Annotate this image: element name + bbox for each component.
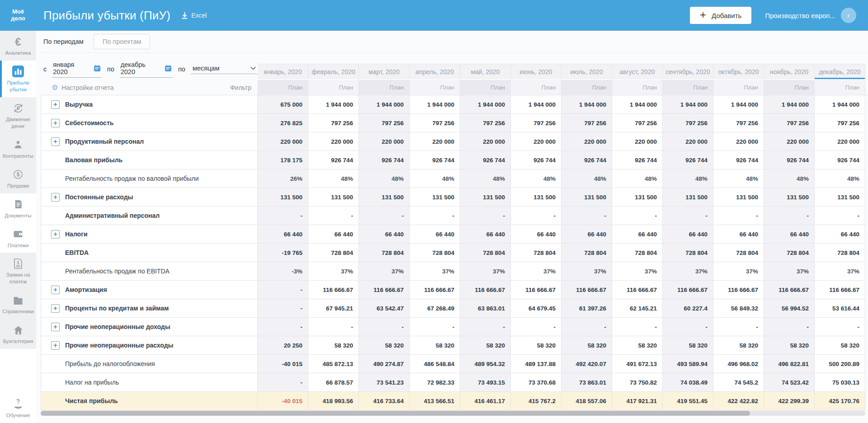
month-header-6[interactable]: июнь, 2020 xyxy=(511,64,561,79)
cell-productive-staff-m5: 220 000 xyxy=(460,132,511,150)
report-settings-link[interactable]: Настройки отчета xyxy=(61,84,113,91)
cell-depreciation-m6: 116 666.67 xyxy=(511,281,561,299)
cell-loan-interest-m2: 67 945.21 xyxy=(308,299,359,317)
report-settings-cell: ⚙ Настройки отчета Фильтр xyxy=(41,80,258,95)
month-header-8[interactable]: август, 2020 xyxy=(612,64,663,79)
sidebar-item-payments[interactable]: Платежи xyxy=(0,223,36,253)
scrollbar-thumb[interactable] xyxy=(41,411,750,416)
cell-cost-of-sales-m8: 797 256 xyxy=(612,114,663,132)
cell-other-expenses-m1: 20 250 xyxy=(258,336,308,354)
cell-taxes-m3: 66 440 xyxy=(359,225,410,243)
expand-row-button[interactable]: + xyxy=(51,230,60,239)
cell-cost-of-sales-m6: 797 256 xyxy=(511,114,561,132)
row-label-cell-net-profit: Чистая прибыль xyxy=(41,392,258,410)
horizontal-scrollbar[interactable] xyxy=(41,411,865,416)
row-label-cell-cost-of-sales: +Себестоимость xyxy=(41,114,258,132)
chevron-down-icon xyxy=(250,66,256,70)
moedelo-logo[interactable]: Моё дело xyxy=(0,9,36,22)
sidebar-item-label: Контрагенты xyxy=(3,153,33,160)
cell-cost-of-sales-m11: 797 256 xyxy=(764,114,815,132)
month-header-7[interactable]: июль, 2020 xyxy=(561,64,612,79)
cell-ebitda-margin-m9: 37% xyxy=(663,262,713,280)
sidebar-item-label: Движение денег xyxy=(1,116,35,130)
accounting-icon xyxy=(13,324,24,336)
expand-row-button[interactable]: + xyxy=(51,286,60,294)
expand-row-button[interactable]: + xyxy=(51,137,60,146)
tab-by-projects[interactable]: По проектам xyxy=(94,34,151,49)
row-label-cell-taxes: +Налоги xyxy=(41,225,258,243)
month-header-3[interactable]: март, 2020 xyxy=(359,64,410,79)
sidebar-item-directories[interactable]: Справочники xyxy=(0,289,36,319)
expand-row-button[interactable]: + xyxy=(51,193,60,202)
group-by-select[interactable]: месяцам xyxy=(191,65,258,74)
cell-income-tax-m2: 66 878.57 xyxy=(308,373,359,391)
month-header-11[interactable]: ноябрь, 2020 xyxy=(764,64,815,79)
tab-by-periods[interactable]: По периодам xyxy=(42,34,89,49)
expand-row-button[interactable]: + xyxy=(51,100,60,109)
cell-other-expenses-m9: 58 320 xyxy=(663,336,713,354)
avatar[interactable]: г xyxy=(841,8,856,23)
month-header-12[interactable]: декабрь, 2020 xyxy=(815,64,865,79)
sidebar-item-documents[interactable]: Документы xyxy=(0,193,36,223)
expand-row-button[interactable]: + xyxy=(51,341,60,350)
date-to-input[interactable]: декабрь 2020 xyxy=(120,61,173,78)
cell-net-profit-m5: 416 461.17 xyxy=(460,392,511,410)
cell-other-expenses-m10: 58 320 xyxy=(713,336,764,354)
cell-income-tax-m8: 73 750.82 xyxy=(612,373,663,391)
calendar-icon[interactable] xyxy=(94,65,101,72)
month-header-9[interactable]: сентябрь, 2020 xyxy=(663,64,713,79)
cell-other-income-m7: - xyxy=(561,318,612,336)
cell-gross-margin-m6: 48% xyxy=(511,169,561,188)
cell-taxes-m7: 66 440 xyxy=(561,225,612,243)
month-header-1[interactable]: январь, 2020 xyxy=(258,64,308,79)
company-switcher[interactable]: Производство европ... xyxy=(765,12,835,19)
cell-ebitda-margin-m6: 37% xyxy=(511,262,561,280)
month-header-4[interactable]: апрель, 2020 xyxy=(410,64,460,79)
sidebar-item-money-flow[interactable]: ₽Движение денег xyxy=(0,97,36,134)
cell-productive-staff-m11: 220 000 xyxy=(764,132,815,150)
plan-cell-4: План xyxy=(410,80,460,95)
cell-other-expenses-m11: 58 320 xyxy=(764,336,815,354)
sidebar-item-payment-requests[interactable]: $Заявки на платеж xyxy=(0,253,36,289)
cell-gross-profit-m7: 926 744 xyxy=(561,151,612,169)
expand-row-button[interactable]: + xyxy=(51,304,60,313)
top-header-bar: Моё дело Прибыли убытки (ПиУ) Excel + До… xyxy=(0,0,868,31)
cell-net-profit-m4: 413 566.51 xyxy=(410,392,460,410)
cell-fixed-costs-m11: 131 500 xyxy=(764,188,815,206)
sidebar-item-counterparties[interactable]: Контрагенты xyxy=(0,134,36,164)
sidebar-item-accounting[interactable]: Бухгалтерия xyxy=(0,319,36,349)
cell-productive-staff-m9: 220 000 xyxy=(663,132,713,150)
row-label-cell-gross-margin: Рентабельность продаж по валовой прибыли xyxy=(41,169,258,188)
month-header-10[interactable]: октябрь, 2020 xyxy=(713,64,764,79)
plan-cell-6: План xyxy=(511,80,561,95)
month-header-2[interactable]: февраль, 2020 xyxy=(308,64,359,79)
add-button[interactable]: + Добавить xyxy=(690,7,751,24)
row-label: Налог на прибыль xyxy=(65,379,119,386)
cell-admin-staff-m11: - xyxy=(764,207,815,225)
date-from-input[interactable]: января 2020 xyxy=(52,61,102,78)
sidebar-item-sales[interactable]: $Продажи xyxy=(0,164,36,193)
excel-export-link[interactable]: Excel xyxy=(181,12,207,19)
sidebar-item-education[interactable]: ?Обучение xyxy=(0,393,36,423)
cell-other-expenses-m12: 58 320 xyxy=(815,336,865,354)
cell-other-income-m1: - xyxy=(258,318,308,336)
cell-depreciation-m4: 116 666.67 xyxy=(410,281,460,299)
sidebar-item-analytics[interactable]: €Аналитика xyxy=(0,31,36,61)
sidebar-item-profit-loss[interactable]: Прибыли убытки xyxy=(0,61,36,97)
cell-depreciation-m10: 116 666.67 xyxy=(713,281,764,299)
month-header-5[interactable]: май, 2020 xyxy=(460,64,511,79)
row-label: EBITDA xyxy=(65,249,89,256)
cell-gross-margin-m10: 48% xyxy=(713,169,764,188)
cell-productive-staff-m2: 220 000 xyxy=(308,132,359,150)
plan-cell-11: План xyxy=(764,80,815,95)
table-row-other-expenses: +Прочие неоперационные расходы20 25058 3… xyxy=(41,336,865,355)
expand-row-button[interactable]: + xyxy=(51,323,60,331)
calendar-icon[interactable] xyxy=(165,65,172,72)
period-filters: с января 2020 по декабрь 2020 xyxy=(41,61,258,78)
cell-revenue-m12: 1 944 000 xyxy=(815,95,865,113)
table-row-ebitda-margin: Рентабельность продаж по EBITDA-3%37%37%… xyxy=(41,262,865,281)
cell-gross-margin-m2: 48% xyxy=(308,169,359,188)
cell-fixed-costs-m10: 131 500 xyxy=(713,188,764,206)
expand-row-button[interactable]: + xyxy=(51,119,60,127)
filter-link[interactable]: Фильтр xyxy=(230,84,251,91)
